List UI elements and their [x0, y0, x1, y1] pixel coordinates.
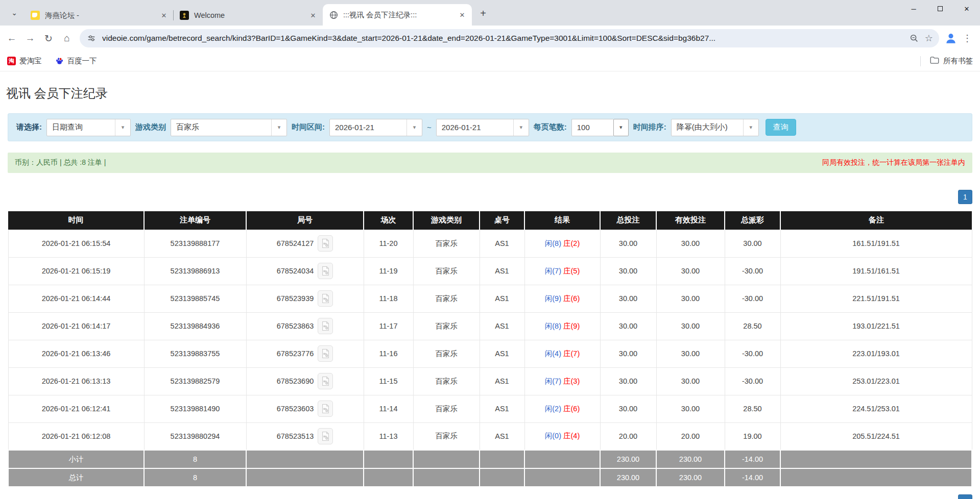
payout-cell: 28.50 [725, 395, 780, 422]
per-page-input[interactable]: 100 [571, 119, 613, 136]
search-button[interactable]: 查询 [766, 119, 796, 136]
total-bet-cell[interactable]: 20.00 [600, 422, 656, 450]
footer-value-cell: 8 [144, 468, 246, 487]
video-replay-button[interactable] [318, 235, 333, 252]
tab-bet-records-active[interactable]: :::视讯 会员下注纪录::: ✕ [323, 4, 472, 26]
table-no-cell: AS1 [480, 257, 524, 285]
total-bet-cell[interactable]: 30.00 [600, 367, 656, 395]
per-page-dropdown-button[interactable]: ▾ [613, 119, 629, 136]
payout-cell: -30.00 [725, 340, 780, 367]
total-bet-cell[interactable]: 30.00 [600, 340, 656, 367]
total-bet-cell[interactable]: 30.00 [600, 285, 656, 312]
video-replay-button[interactable] [318, 263, 333, 279]
footer-label-cell: 总计 [8, 468, 144, 487]
session-cell: 11-18 [364, 285, 413, 312]
bet-records-table: 时间注单编号局号场次游戏类别桌号结果总投注有效投注总派彩备注 2026-01-2… [8, 211, 972, 487]
time-cell: 2026-01-21 06:15:19 [8, 257, 144, 285]
profile-avatar[interactable] [943, 31, 959, 46]
video-replay-button[interactable] [318, 318, 333, 334]
valid-bet-cell: 20.00 [656, 422, 725, 450]
total-bet-cell[interactable]: 30.00 [600, 312, 656, 340]
all-bookmarks-label: 所有书签 [943, 56, 973, 66]
bet-id-cell: 523139882579 [144, 367, 246, 395]
chevron-down-icon: ▾ [513, 119, 529, 136]
back-icon[interactable]: ← [3, 30, 20, 47]
result-player: 闲(4) [545, 350, 561, 358]
url-text[interactable]: videoie.com/game/betrecord_search/kind3?… [102, 34, 903, 43]
video-replay-button[interactable] [318, 345, 333, 362]
table-row: 2026-01-21 06:14:17523139884936678523863… [8, 312, 972, 340]
footer-value-cell [480, 450, 524, 468]
site-settings-icon[interactable] [86, 33, 97, 44]
footer-value-cell: 8 [144, 450, 246, 468]
table-body: 2026-01-21 06:15:54523139888177678524127… [8, 230, 972, 487]
close-tab-icon[interactable]: ✕ [308, 11, 318, 20]
table-no-cell: AS1 [480, 312, 524, 340]
valid-bet-cell: 30.00 [656, 230, 725, 257]
column-header: 备注 [780, 211, 972, 230]
total-bet-cell[interactable]: 30.00 [600, 395, 656, 422]
note-cell: 221.51/191.51 [780, 285, 972, 312]
column-header: 有效投注 [656, 211, 725, 230]
time-range-label: 时间区间: [292, 122, 325, 132]
result-player: 闲(8) [545, 322, 561, 330]
zoom-icon[interactable] [909, 33, 920, 44]
reload-icon[interactable]: ↻ [40, 30, 57, 47]
bookmark-aitaobao[interactable]: 淘 爱淘宝 [7, 56, 42, 66]
bet-id-cell: 523139881490 [144, 395, 246, 422]
page-number-button[interactable]: 1 [958, 190, 972, 204]
tab-welcome[interactable]: Welcome ✕ [174, 5, 323, 26]
window-maximize-button[interactable] [927, 0, 953, 17]
total-bet-cell[interactable]: 30.00 [600, 257, 656, 285]
footer-value-cell: 230.00 [656, 468, 725, 487]
home-icon[interactable]: ⌂ [58, 30, 76, 47]
window-close-button[interactable]: ✕ [953, 0, 980, 17]
query-type-select[interactable]: 日期查询 ▾ [46, 119, 131, 136]
sort-value: 降幂(由大到小) [672, 119, 743, 136]
bookmark-star-icon[interactable]: ☆ [925, 33, 933, 44]
tab-haiyan-forum[interactable]: 海燕论坛 - ✕ [25, 5, 174, 26]
session-cell: 11-20 [364, 230, 413, 257]
sort-select[interactable]: 降幂(由大到小) ▾ [671, 119, 759, 136]
table-no-cell: AS1 [480, 422, 524, 450]
time-cell: 2026-01-21 06:14:44 [8, 285, 144, 312]
footer-value-cell [413, 468, 480, 487]
tab-title: :::视讯 会员下注纪录::: [343, 10, 452, 20]
date-start-select[interactable]: 2026-01-21 ▾ [329, 119, 422, 136]
window-minimize-button[interactable]: ─ [900, 0, 927, 17]
round-id-wrap: 678523513 [277, 428, 333, 444]
query-type-value: 日期查询 [47, 119, 115, 136]
result-cell: 闲(7) 庄(3) [524, 367, 600, 395]
total-bet-cell[interactable]: 30.00 [600, 230, 656, 257]
bet-id-cell: 523139884936 [144, 312, 246, 340]
video-replay-button[interactable] [318, 401, 333, 417]
summary-bar: 币别：人民币 | 总共 :8 注单 | 同局有效投注，统一计算在该局第一张注单内 [8, 153, 972, 173]
browser-menu-icon[interactable]: ⋮ [960, 31, 975, 46]
valid-bet-cell: 30.00 [656, 285, 725, 312]
close-tab-icon[interactable]: ✕ [159, 11, 169, 20]
game-type-select[interactable]: 百家乐 ▾ [171, 119, 287, 136]
video-replay-button[interactable] [318, 428, 333, 444]
window-controls: ─ ✕ [900, 0, 980, 17]
table-no-cell: AS1 [480, 340, 524, 367]
page-number-button-bottom[interactable]: 1 [958, 494, 972, 499]
tab-search-chevron-icon[interactable]: ⌄ [7, 6, 21, 20]
globe-icon [329, 10, 338, 19]
video-replay-button[interactable] [318, 373, 333, 389]
video-replay-button[interactable] [318, 290, 333, 307]
close-tab-icon[interactable]: ✕ [458, 10, 467, 19]
address-bar[interactable]: videoie.com/game/betrecord_search/kind3?… [80, 29, 939, 47]
game-type-cell: 百家乐 [413, 285, 480, 312]
forward-icon[interactable]: → [21, 30, 39, 47]
haiyan-favicon-icon [31, 11, 40, 20]
new-tab-button[interactable]: + [476, 6, 490, 20]
result-cell: 闲(2) 庄(6) [524, 395, 600, 422]
bet-id-cell: 523139886913 [144, 257, 246, 285]
bookmark-baidu[interactable]: 百度一下 [55, 56, 97, 66]
round-id-wrap: 678523776 [277, 345, 333, 362]
footer-value-cell: 230.00 [600, 450, 656, 468]
currency-summary: 币别：人民币 | 总共 :8 注单 | [15, 158, 106, 167]
date-end-select[interactable]: 2026-01-21 ▾ [436, 119, 529, 136]
all-bookmarks[interactable]: 所有书签 [920, 56, 973, 66]
footer-value-cell [780, 468, 972, 487]
